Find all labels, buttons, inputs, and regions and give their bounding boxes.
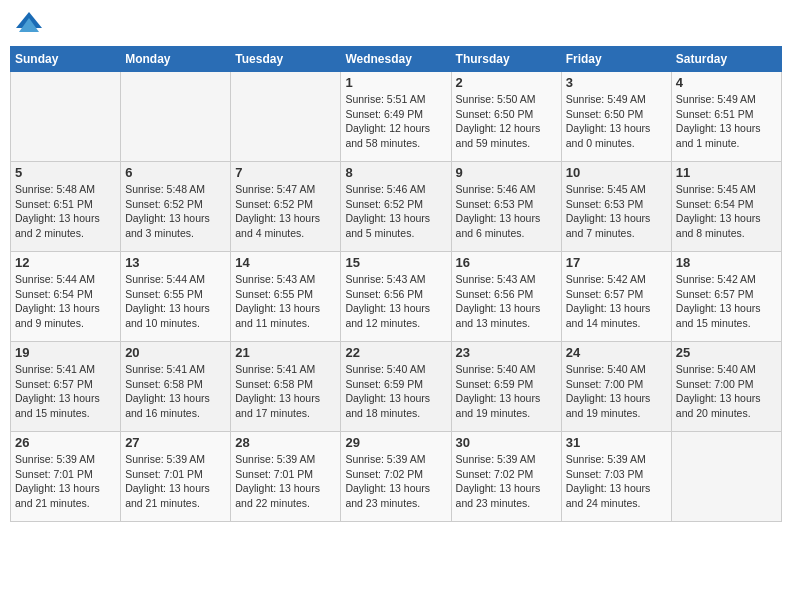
day-info-line: Sunset: 7:01 PM <box>235 468 313 480</box>
day-info-line: and 14 minutes. <box>566 317 641 329</box>
day-info-line: Daylight: 13 hours <box>566 212 651 224</box>
calendar-header-wednesday: Wednesday <box>341 47 451 72</box>
day-info-line: and 6 minutes. <box>456 227 525 239</box>
day-info-line: and 13 minutes. <box>456 317 531 329</box>
day-info: Sunrise: 5:45 AMSunset: 6:54 PMDaylight:… <box>676 182 777 241</box>
calendar-cell: 21Sunrise: 5:41 AMSunset: 6:58 PMDayligh… <box>231 342 341 432</box>
day-info-line: and 23 minutes. <box>456 497 531 509</box>
day-number: 11 <box>676 165 777 180</box>
calendar-cell: 25Sunrise: 5:40 AMSunset: 7:00 PMDayligh… <box>671 342 781 432</box>
day-info-line: Daylight: 13 hours <box>345 392 430 404</box>
day-number: 2 <box>456 75 557 90</box>
day-info-line: Sunrise: 5:43 AM <box>456 273 536 285</box>
day-info-line: Daylight: 13 hours <box>235 392 320 404</box>
day-number: 19 <box>15 345 116 360</box>
day-info: Sunrise: 5:39 AMSunset: 7:01 PMDaylight:… <box>235 452 336 511</box>
day-number: 12 <box>15 255 116 270</box>
day-info-line: Sunrise: 5:51 AM <box>345 93 425 105</box>
day-info-line: Sunrise: 5:44 AM <box>15 273 95 285</box>
day-info-line: Daylight: 13 hours <box>125 392 210 404</box>
day-info: Sunrise: 5:39 AMSunset: 7:01 PMDaylight:… <box>125 452 226 511</box>
calendar-cell: 15Sunrise: 5:43 AMSunset: 6:56 PMDayligh… <box>341 252 451 342</box>
calendar-cell: 19Sunrise: 5:41 AMSunset: 6:57 PMDayligh… <box>11 342 121 432</box>
day-info-line: Sunset: 7:01 PM <box>15 468 93 480</box>
calendar-cell: 27Sunrise: 5:39 AMSunset: 7:01 PMDayligh… <box>121 432 231 522</box>
day-info: Sunrise: 5:40 AMSunset: 7:00 PMDaylight:… <box>566 362 667 421</box>
day-info: Sunrise: 5:41 AMSunset: 6:58 PMDaylight:… <box>235 362 336 421</box>
day-info-line: Daylight: 13 hours <box>676 212 761 224</box>
day-info-line: and 3 minutes. <box>125 227 194 239</box>
day-info: Sunrise: 5:41 AMSunset: 6:58 PMDaylight:… <box>125 362 226 421</box>
calendar-cell <box>11 72 121 162</box>
calendar-cell: 3Sunrise: 5:49 AMSunset: 6:50 PMDaylight… <box>561 72 671 162</box>
day-info-line: and 24 minutes. <box>566 497 641 509</box>
day-info: Sunrise: 5:42 AMSunset: 6:57 PMDaylight:… <box>676 272 777 331</box>
page-header <box>10 10 782 40</box>
day-info-line: Sunrise: 5:41 AM <box>15 363 95 375</box>
day-number: 3 <box>566 75 667 90</box>
day-info-line: Sunrise: 5:49 AM <box>566 93 646 105</box>
day-info: Sunrise: 5:44 AMSunset: 6:54 PMDaylight:… <box>15 272 116 331</box>
day-info-line: Sunrise: 5:42 AM <box>566 273 646 285</box>
day-info-line: Daylight: 13 hours <box>345 212 430 224</box>
day-info: Sunrise: 5:39 AMSunset: 7:01 PMDaylight:… <box>15 452 116 511</box>
day-info-line: Daylight: 13 hours <box>15 392 100 404</box>
day-info-line: Sunset: 6:52 PM <box>345 198 423 210</box>
calendar-cell: 30Sunrise: 5:39 AMSunset: 7:02 PMDayligh… <box>451 432 561 522</box>
calendar-cell: 17Sunrise: 5:42 AMSunset: 6:57 PMDayligh… <box>561 252 671 342</box>
day-info-line: and 17 minutes. <box>235 407 310 419</box>
day-number: 10 <box>566 165 667 180</box>
day-info-line: Sunrise: 5:44 AM <box>125 273 205 285</box>
day-number: 25 <box>676 345 777 360</box>
day-number: 4 <box>676 75 777 90</box>
day-info: Sunrise: 5:40 AMSunset: 6:59 PMDaylight:… <box>456 362 557 421</box>
day-info-line: Daylight: 13 hours <box>235 482 320 494</box>
day-info-line: and 15 minutes. <box>676 317 751 329</box>
calendar-cell: 28Sunrise: 5:39 AMSunset: 7:01 PMDayligh… <box>231 432 341 522</box>
day-info-line: Daylight: 13 hours <box>15 482 100 494</box>
day-number: 20 <box>125 345 226 360</box>
day-info-line: Sunset: 7:00 PM <box>566 378 644 390</box>
calendar-cell: 2Sunrise: 5:50 AMSunset: 6:50 PMDaylight… <box>451 72 561 162</box>
day-info-line: Sunset: 6:52 PM <box>125 198 203 210</box>
day-info-line: Sunset: 6:49 PM <box>345 108 423 120</box>
day-number: 6 <box>125 165 226 180</box>
day-info-line: Sunrise: 5:40 AM <box>345 363 425 375</box>
day-info-line: Daylight: 13 hours <box>676 302 761 314</box>
calendar-cell <box>121 72 231 162</box>
day-info-line: Daylight: 13 hours <box>15 302 100 314</box>
day-info-line: and 19 minutes. <box>456 407 531 419</box>
day-number: 31 <box>566 435 667 450</box>
day-number: 1 <box>345 75 446 90</box>
day-number: 24 <box>566 345 667 360</box>
calendar-week-row: 1Sunrise: 5:51 AMSunset: 6:49 PMDaylight… <box>11 72 782 162</box>
day-info-line: Daylight: 13 hours <box>456 212 541 224</box>
day-info-line: and 20 minutes. <box>676 407 751 419</box>
day-number: 7 <box>235 165 336 180</box>
day-number: 30 <box>456 435 557 450</box>
calendar-week-row: 26Sunrise: 5:39 AMSunset: 7:01 PMDayligh… <box>11 432 782 522</box>
day-number: 14 <box>235 255 336 270</box>
calendar-week-row: 12Sunrise: 5:44 AMSunset: 6:54 PMDayligh… <box>11 252 782 342</box>
day-info: Sunrise: 5:43 AMSunset: 6:56 PMDaylight:… <box>345 272 446 331</box>
calendar-cell: 4Sunrise: 5:49 AMSunset: 6:51 PMDaylight… <box>671 72 781 162</box>
day-info-line: Daylight: 13 hours <box>235 212 320 224</box>
day-info: Sunrise: 5:46 AMSunset: 6:52 PMDaylight:… <box>345 182 446 241</box>
calendar-cell: 24Sunrise: 5:40 AMSunset: 7:00 PMDayligh… <box>561 342 671 432</box>
calendar-cell: 10Sunrise: 5:45 AMSunset: 6:53 PMDayligh… <box>561 162 671 252</box>
day-info: Sunrise: 5:46 AMSunset: 6:53 PMDaylight:… <box>456 182 557 241</box>
day-number: 16 <box>456 255 557 270</box>
calendar-cell: 9Sunrise: 5:46 AMSunset: 6:53 PMDaylight… <box>451 162 561 252</box>
day-info: Sunrise: 5:48 AMSunset: 6:52 PMDaylight:… <box>125 182 226 241</box>
calendar-header-monday: Monday <box>121 47 231 72</box>
calendar-week-row: 5Sunrise: 5:48 AMSunset: 6:51 PMDaylight… <box>11 162 782 252</box>
day-info-line: Daylight: 13 hours <box>676 392 761 404</box>
day-info-line: Sunrise: 5:46 AM <box>456 183 536 195</box>
day-info-line: Sunrise: 5:42 AM <box>676 273 756 285</box>
day-info-line: Sunset: 6:55 PM <box>235 288 313 300</box>
day-info-line: Daylight: 13 hours <box>125 302 210 314</box>
day-info: Sunrise: 5:41 AMSunset: 6:57 PMDaylight:… <box>15 362 116 421</box>
calendar-cell: 26Sunrise: 5:39 AMSunset: 7:01 PMDayligh… <box>11 432 121 522</box>
calendar-header-sunday: Sunday <box>11 47 121 72</box>
calendar-cell: 31Sunrise: 5:39 AMSunset: 7:03 PMDayligh… <box>561 432 671 522</box>
